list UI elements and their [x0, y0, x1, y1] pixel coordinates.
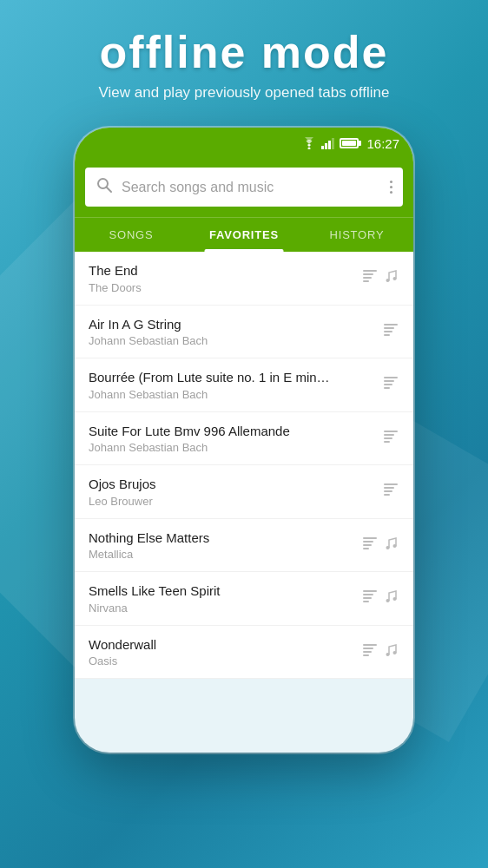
svg-point-12 — [393, 277, 397, 280]
svg-rect-14 — [384, 327, 394, 329]
music-note-icon — [384, 268, 399, 287]
svg-rect-8 — [363, 273, 373, 275]
song-title: The End — [89, 262, 361, 279]
svg-rect-10 — [363, 280, 369, 282]
search-input-container[interactable]: Search songs and music — [85, 168, 403, 207]
tab-sheet-icon — [361, 589, 379, 607]
signal-icon — [321, 137, 335, 149]
svg-rect-30 — [363, 541, 373, 542]
tab-sheet-icon — [382, 323, 399, 340]
svg-rect-22 — [384, 434, 394, 436]
svg-rect-27 — [384, 490, 392, 492]
svg-rect-4 — [332, 138, 334, 149]
song-action-icons — [361, 536, 399, 555]
svg-point-33 — [386, 546, 390, 549]
svg-rect-18 — [384, 380, 394, 382]
status-time: 16:27 — [366, 136, 399, 151]
svg-rect-21 — [384, 431, 398, 432]
svg-rect-35 — [363, 590, 377, 592]
song-artist: Metallica — [89, 548, 361, 561]
search-bar: Search songs and music — [75, 159, 413, 217]
svg-rect-17 — [384, 377, 398, 378]
svg-rect-37 — [363, 597, 372, 599]
song-title: Nothing Else Matters — [89, 529, 361, 547]
tab-sheet-icon — [382, 430, 399, 447]
svg-rect-13 — [384, 324, 398, 326]
song-artist: Nirvana — [89, 602, 361, 615]
search-icon — [96, 176, 113, 198]
phone-body: 16:27 Search songs and music — [75, 128, 413, 753]
page-title: offline mode — [17, 28, 471, 77]
song-title: Wonderwall — [89, 636, 361, 654]
song-item[interactable]: Ojos BrujosLeo Brouwer — [75, 465, 413, 519]
svg-rect-38 — [363, 601, 369, 602]
svg-rect-28 — [384, 494, 390, 496]
svg-rect-1 — [321, 146, 324, 149]
music-note-icon — [384, 589, 399, 608]
page-subtitle: View and play previously opened tabs off… — [17, 84, 471, 102]
svg-rect-3 — [328, 141, 331, 149]
song-title: Bourrée (From Lute suite no. 1 in E min… — [89, 369, 382, 386]
tab-bar: SONGS FAVORITES HISTORY — [75, 217, 413, 252]
song-action-icons — [382, 483, 399, 500]
song-action-icons — [361, 642, 399, 661]
song-action-icons — [361, 268, 399, 287]
svg-rect-29 — [363, 537, 377, 539]
song-title: Ojos Brujos — [89, 476, 382, 493]
search-placeholder-text: Search songs and music — [122, 180, 381, 195]
song-action-icons — [382, 323, 399, 340]
svg-rect-42 — [363, 648, 373, 649]
svg-point-11 — [386, 279, 390, 282]
song-item[interactable]: Suite For Lute Bmv 996 AllemandeJohann S… — [75, 412, 413, 466]
wifi-icon — [301, 137, 317, 149]
song-title: Air In A G String — [89, 316, 382, 333]
song-action-icons — [361, 589, 399, 608]
song-artist: Johann Sebastian Bach — [89, 388, 382, 401]
song-artist: Johann Sebastian Bach — [89, 334, 382, 347]
music-note-icon — [384, 642, 399, 661]
phone-mockup: 16:27 Search songs and music — [0, 128, 488, 753]
status-bar: 16:27 — [75, 128, 413, 159]
song-title: Suite For Lute Bmv 996 Allemande — [89, 423, 382, 440]
svg-rect-16 — [384, 334, 390, 336]
svg-rect-26 — [384, 487, 394, 489]
tab-sheet-icon — [361, 536, 379, 554]
svg-rect-2 — [325, 143, 327, 149]
more-options-icon[interactable] — [390, 181, 392, 194]
status-icons: 16:27 — [301, 136, 399, 151]
music-note-icon — [384, 536, 399, 555]
svg-rect-23 — [384, 437, 392, 439]
tab-history[interactable]: HISTORY — [300, 218, 413, 252]
song-item[interactable]: Air In A G StringJohann Sebastian Bach — [75, 306, 413, 359]
song-artist: Johann Sebastian Bach — [89, 441, 382, 454]
tab-sheet-icon — [361, 269, 379, 286]
song-action-icons — [382, 376, 399, 393]
song-item[interactable]: WonderwallOasis — [75, 626, 413, 680]
tab-favorites[interactable]: FAVORITES — [188, 218, 300, 252]
song-artist: Leo Brouwer — [89, 495, 382, 508]
song-item[interactable]: Nothing Else MattersMetallica — [75, 519, 413, 573]
song-item[interactable]: Bourrée (From Lute suite no. 1 in E min…… — [75, 358, 413, 412]
svg-point-40 — [393, 597, 397, 601]
svg-rect-15 — [384, 331, 392, 332]
song-item[interactable]: The EndThe Doors — [75, 252, 413, 306]
svg-rect-20 — [384, 387, 390, 389]
tab-songs[interactable]: SONGS — [75, 218, 188, 252]
svg-point-34 — [393, 544, 397, 548]
song-artist: The Doors — [89, 281, 361, 294]
song-artist: Oasis — [89, 654, 361, 667]
svg-rect-43 — [363, 651, 372, 653]
svg-rect-24 — [384, 441, 390, 443]
tab-sheet-icon — [382, 376, 399, 393]
svg-point-46 — [393, 651, 397, 654]
battery-icon — [340, 138, 359, 148]
svg-rect-19 — [384, 384, 392, 385]
song-item[interactable]: Smells Like Teen SpiritNirvana — [75, 572, 413, 626]
svg-line-6 — [107, 187, 112, 193]
svg-point-39 — [386, 599, 390, 602]
svg-rect-7 — [363, 270, 377, 272]
svg-rect-44 — [363, 654, 369, 656]
tab-sheet-icon — [382, 483, 399, 500]
svg-rect-25 — [384, 483, 398, 485]
song-title: Smells Like Teen Spirit — [89, 582, 361, 600]
